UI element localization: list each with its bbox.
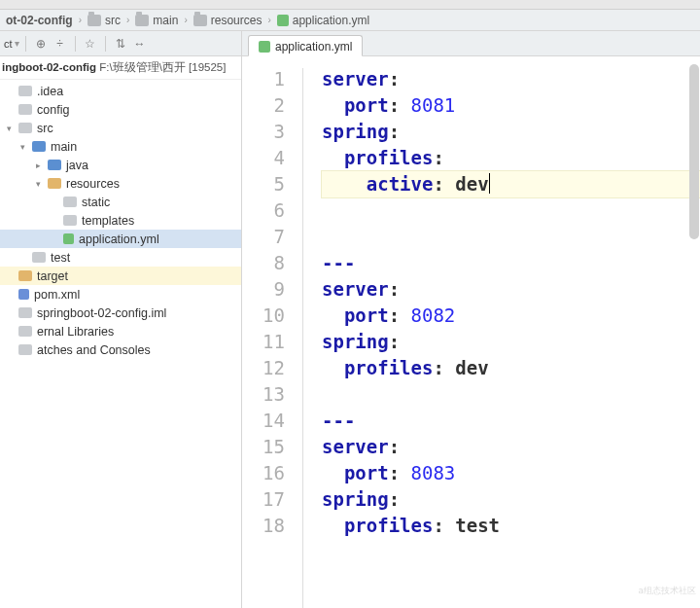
scrollbar-thumb[interactable] [689, 64, 699, 239]
divider [75, 36, 76, 52]
code-line[interactable]: profiles: [322, 145, 700, 171]
gear-icon[interactable]: ☆ [82, 35, 99, 53]
chevron-right-icon: › [267, 15, 270, 25]
folder-orange-icon [48, 178, 61, 189]
tree-item-target[interactable]: target [0, 267, 241, 285]
editor-tabs: application.yml [242, 31, 700, 55]
chevron-right-icon: › [184, 15, 187, 25]
tree-item-main[interactable]: ▾main [0, 137, 241, 156]
tab-application-yml[interactable]: application.yml [248, 35, 363, 56]
line-number: 7 [242, 224, 285, 250]
code-line[interactable]: spring: [322, 329, 700, 355]
chevron-right-icon: › [79, 15, 82, 25]
tree-item-test[interactable]: test [0, 248, 241, 267]
code-editor[interactable]: 123456789101112131415161718 server: port… [242, 56, 700, 608]
tree-arrow-icon[interactable]: ▾ [33, 179, 43, 189]
file-icon [18, 307, 32, 318]
code-line[interactable]: port: 8083 [322, 460, 700, 486]
tree-item-java[interactable]: ▸java [0, 156, 241, 174]
line-number: 17 [242, 486, 285, 513]
tree-item-application-yml[interactable]: application.yml [0, 230, 241, 248]
folder-icon [88, 15, 101, 26]
code-line[interactable]: spring: [322, 119, 700, 145]
tree-item-label: application.yml [79, 232, 159, 246]
tree-item-pom-xml[interactable]: pom.xml [0, 285, 241, 304]
tree-item-label: src [37, 122, 53, 135]
folder-icon [18, 86, 32, 96]
line-number: 3 [242, 119, 285, 145]
tree-item-ernal-libraries[interactable]: ernal Libraries [0, 322, 241, 340]
tree-item-label: target [37, 269, 68, 283]
tree-item-label: pom.xml [34, 288, 80, 302]
folder-icon [63, 197, 77, 207]
divider [105, 36, 106, 52]
tree-item-atches-and-consoles[interactable]: atches and Consoles [0, 340, 241, 359]
line-number: 10 [242, 303, 285, 329]
code-line[interactable]: server: [322, 276, 700, 303]
chevron-down-icon[interactable]: ▾ [15, 38, 19, 49]
project-root-header[interactable]: ingboot-02-config F:\班级管理\西开 [19525] [0, 56, 241, 80]
project-toolbar: ct ▾ ⊕ ÷ ☆ ⇅ ↔ [0, 31, 242, 55]
divider [25, 36, 26, 52]
code-line[interactable]: port: 8082 [322, 303, 700, 329]
tree-item-static[interactable]: static [0, 193, 241, 211]
code-line[interactable]: active: dev [322, 171, 700, 197]
code-line[interactable] [322, 197, 700, 224]
code-line[interactable]: server: [322, 434, 700, 460]
tree-item-springboot-02-config-iml[interactable]: springboot-02-config.iml [0, 304, 241, 322]
tree-item-label: test [51, 251, 70, 265]
project-sidebar[interactable]: ingboot-02-config F:\班级管理\西开 [19525] .id… [0, 56, 242, 608]
code-line[interactable] [322, 381, 700, 408]
xml-icon [18, 289, 29, 300]
scratch-icon [18, 344, 32, 355]
collapse-icon[interactable]: ⇅ [112, 35, 129, 53]
watermark: a组态技术社区 [639, 578, 696, 604]
tree-item-resources[interactable]: ▾resources [0, 174, 241, 193]
line-number: 9 [242, 276, 285, 303]
expand-icon[interactable]: ↔ [131, 35, 149, 53]
tree-item-label: resources [66, 177, 120, 191]
code-line[interactable]: profiles: dev [322, 355, 700, 381]
tool-button[interactable]: ⊕ [32, 35, 50, 53]
code-line[interactable]: --- [322, 408, 700, 434]
folder-orange-icon [18, 270, 32, 281]
breadcrumb-item[interactable]: main [135, 14, 178, 27]
tree-arrow-icon[interactable]: ▸ [33, 161, 43, 170]
chevron-right-icon: › [126, 15, 129, 25]
tree-item-label: ernal Libraries [37, 325, 114, 339]
code-line[interactable]: spring: [322, 486, 700, 513]
code-line[interactable]: server: [322, 66, 700, 92]
yml-icon [63, 233, 74, 244]
code-line[interactable]: port: 8081 [322, 92, 700, 119]
tree-item--idea[interactable]: .idea [0, 82, 241, 100]
line-number: 18 [242, 513, 285, 539]
folder-icon [18, 123, 32, 133]
code-line[interactable] [322, 224, 700, 250]
line-number: 5 [242, 171, 285, 197]
line-number: 11 [242, 329, 285, 355]
breadcrumb-item[interactable]: ot-02-config [6, 14, 73, 27]
code-area[interactable]: server: port: 8081spring: profiles: acti… [312, 56, 700, 608]
tree-arrow-icon[interactable]: ▾ [4, 124, 14, 133]
code-line[interactable]: profiles: test [322, 513, 700, 539]
breadcrumb: ot-02-config › src › main › resources › … [0, 10, 700, 31]
tree-item-label: static [82, 196, 110, 209]
line-number: 13 [242, 381, 285, 408]
project-view-label[interactable]: ct [4, 38, 13, 50]
lib-icon [18, 326, 32, 337]
line-number: 15 [242, 434, 285, 460]
breadcrumb-item[interactable]: resources [193, 14, 262, 27]
breadcrumb-item[interactable]: src [88, 14, 121, 27]
tree-item-config[interactable]: config [0, 100, 241, 119]
tree-item-src[interactable]: ▾src [0, 119, 241, 137]
vertical-scrollbar[interactable] [689, 56, 699, 608]
tree-item-label: .idea [37, 85, 63, 98]
folder-icon [63, 215, 77, 226]
breadcrumb-item[interactable]: application.yml [277, 14, 369, 27]
line-number: 14 [242, 408, 285, 434]
tool-button[interactable]: ÷ [52, 35, 69, 53]
tree-arrow-icon[interactable]: ▾ [18, 142, 27, 152]
tree-item-templates[interactable]: templates [0, 211, 241, 230]
line-number-gutter: 123456789101112131415161718 [242, 56, 295, 608]
code-line[interactable]: --- [322, 250, 700, 276]
